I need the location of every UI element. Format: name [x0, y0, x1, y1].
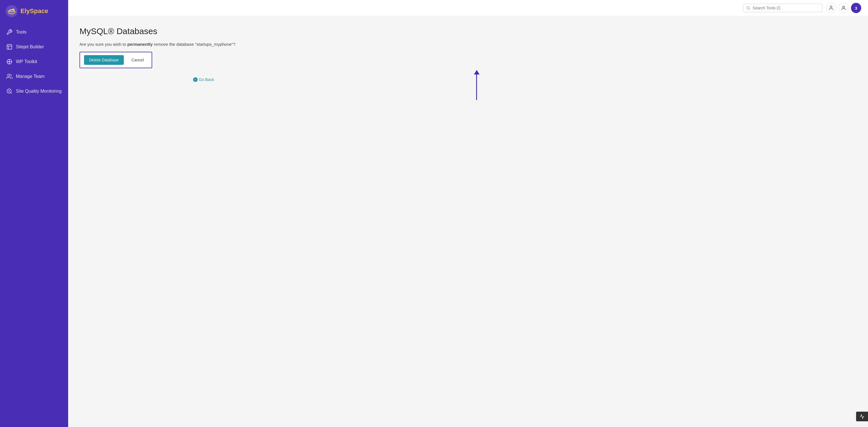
go-back-label: Go Back — [199, 77, 214, 82]
main-content: 3 MySQL® Databases Are you sure you wish… — [68, 0, 868, 427]
sidebar-navigation: Tools Sitejet Builder WP Toolkit — [0, 22, 68, 101]
page-content-area: MySQL® Databases Are you sure you wish t… — [68, 16, 868, 427]
logo-text-space: Space — [30, 7, 48, 15]
header-icons: 3 — [826, 3, 861, 13]
sidebar-item-manage-team[interactable]: Manage Team — [0, 69, 68, 84]
search-icon — [746, 6, 750, 10]
tools-label: Tools — [16, 30, 26, 35]
logo-icon — [6, 5, 18, 17]
svg-line-14 — [749, 9, 750, 10]
logo-text: ElySpace — [21, 7, 48, 15]
confirm-prefix: Are you sure you wish to — [80, 42, 127, 47]
svg-line-10 — [10, 92, 12, 93]
confirm-suffix: remove the database "startups_myphone"? — [153, 42, 236, 47]
logo-text-ely: Ely — [21, 7, 30, 15]
svg-point-0 — [6, 5, 18, 17]
page-title: MySQL® Databases — [80, 26, 857, 36]
svg-point-8 — [8, 74, 10, 76]
wp-icon — [6, 59, 12, 65]
manage-team-label: Manage Team — [16, 74, 44, 79]
arrow-shaft — [476, 75, 477, 100]
profile-icon — [841, 5, 846, 11]
go-back-icon — [193, 77, 197, 82]
tools-icon — [6, 29, 12, 35]
sidebar-item-site-quality[interactable]: Site Quality Monitoring — [0, 84, 68, 98]
arrow-annotation — [97, 70, 857, 100]
arrow-head — [474, 70, 479, 75]
quality-icon — [6, 88, 12, 94]
user-icon — [828, 5, 834, 11]
sitejet-label: Sitejet Builder — [16, 44, 44, 50]
logo[interactable]: ElySpace — [0, 0, 68, 22]
site-quality-label: Site Quality Monitoring — [16, 89, 62, 94]
go-back-area: Go Back — [193, 77, 857, 83]
header: 3 — [68, 0, 868, 16]
search-input[interactable] — [753, 6, 819, 10]
team-icon — [6, 73, 12, 80]
svg-point-16 — [843, 6, 845, 8]
bottom-widget[interactable] — [856, 411, 868, 421]
cancel-button[interactable]: Cancel — [127, 55, 148, 65]
chart-icon — [860, 414, 865, 419]
delete-database-button[interactable]: Delete Database — [84, 55, 124, 65]
go-back-link[interactable]: Go Back — [193, 77, 214, 82]
confirm-bold: permanently — [127, 42, 153, 47]
confirm-message: Are you sure you wish to permanently rem… — [80, 42, 857, 47]
user-circle-icon-button[interactable] — [826, 3, 836, 13]
search-bar[interactable] — [743, 4, 823, 12]
sitejet-icon — [6, 44, 12, 50]
action-box: Delete Database Cancel — [80, 52, 152, 68]
user-profile-icon-button[interactable] — [838, 3, 849, 13]
svg-point-13 — [747, 6, 750, 9]
notification-badge[interactable]: 3 — [851, 3, 861, 13]
wp-toolkit-label: WP Toolkit — [16, 59, 37, 64]
sidebar: ElySpace Tools Sitejet Builder WP — [0, 0, 68, 427]
sidebar-item-wp-toolkit[interactable]: WP Toolkit — [0, 55, 68, 69]
svg-point-3 — [12, 8, 14, 11]
sidebar-item-sitejet[interactable]: Sitejet Builder — [0, 40, 68, 54]
sidebar-item-tools[interactable]: Tools — [0, 25, 68, 39]
svg-rect-4 — [7, 45, 12, 50]
svg-point-15 — [830, 6, 832, 8]
